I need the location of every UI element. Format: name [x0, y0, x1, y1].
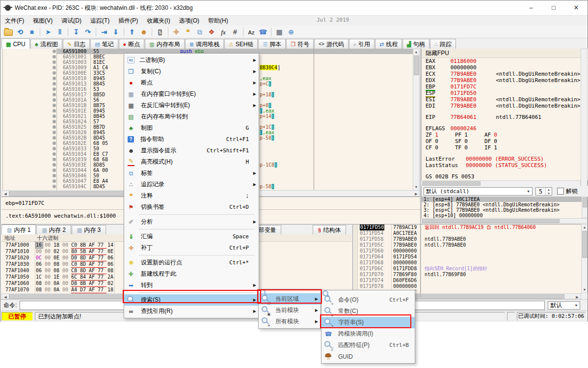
registers-vscrollbar[interactable]	[581, 49, 588, 186]
context-menu-item[interactable]	[124, 227, 259, 231]
toolbar-button[interactable]	[271, 28, 271, 36]
submenu-item[interactable]: # 常数(C)	[321, 306, 415, 317]
menu-bar-item[interactable]: 收藏夹(I)	[142, 16, 174, 26]
scroll-up-icon[interactable]: ▲	[582, 225, 588, 230]
menu-bar-item[interactable]: 追踪(T)	[86, 16, 114, 26]
register-row[interactable]: ESI 77B9ABE0 <ntdll.DbgUiRemoteBreakin>	[422, 96, 588, 103]
context-menu-item[interactable]: ✛ 新建线程于此	[124, 268, 259, 280]
context-menu-item[interactable]: ✎ 高亮模式(H) H	[124, 156, 259, 168]
view-tab[interactable]: ▟ 句柄	[402, 39, 429, 49]
cpu-flag[interactable]: SF0	[455, 138, 484, 144]
scroll-thumb[interactable]	[422, 219, 560, 223]
breakpoint-dot-icon[interactable]	[53, 185, 56, 188]
breakpoint-dot-icon[interactable]	[53, 60, 56, 64]
menu-bar-item[interactable]: 帮助(H)	[204, 16, 233, 26]
register-row[interactable]: EBP 0171FD7C	[422, 84, 588, 90]
submenu-item[interactable]: ❑ 当前区域 ▶	[259, 293, 321, 305]
context-menu-item[interactable]: ● 断点 ▶	[124, 77, 259, 88]
register-row[interactable]: EFLAGS 00000246	[422, 125, 588, 132]
toolbar-button[interactable]	[40, 28, 40, 36]
scroll-up-icon[interactable]: ▲	[413, 50, 419, 55]
toolbar-button[interactable]: ❝	[182, 27, 194, 37]
breakpoint-dot-icon[interactable]	[53, 125, 56, 129]
context-menu-item[interactable]	[124, 291, 259, 294]
register-row[interactable]: EDI 77B9ABE0 <ntdll.DbgUiRemoteBreakin>	[422, 103, 588, 109]
argument-count-stepper[interactable]: 5 ▲▼	[535, 187, 552, 196]
scroll-down-icon[interactable]: ▼	[582, 287, 588, 292]
cpu-flag[interactable]: IF1	[484, 144, 519, 151]
menu-bar-item[interactable]: 调试(D)	[57, 16, 86, 26]
vertical-splitter[interactable]	[420, 49, 421, 297]
stack-row[interactable]: 0171FD5C 77B9ABE0 ntdll.77B9ABE0	[353, 242, 582, 248]
toolbar-button[interactable]: ⟲	[14, 27, 26, 37]
toolbar-button[interactable]: ⇥	[98, 27, 110, 37]
register-row[interactable]: EDX 77B9ABE0 <ntdll.DbgUiRemoteBreakin>	[422, 77, 588, 84]
submenu-item[interactable]: ▣ 当前模块 ▶	[259, 305, 321, 316]
breakpoint-dot-icon[interactable]	[53, 147, 56, 150]
context-menu-item[interactable]: ⧉ 标签 ▶	[124, 168, 259, 179]
toolbar-button[interactable]: ☻	[138, 27, 150, 37]
view-tab[interactable]: ❒ 符号	[286, 39, 314, 49]
context-menu-item[interactable]: ❝ 注释 ;	[124, 190, 259, 201]
arguments-pane[interactable]: 1: [esp+4] A0C17EEA2: [esp+8] 77B9ABE0 <…	[421, 197, 582, 218]
context-menu-item[interactable]: ⚑ 切换书签 Ctrl+D	[124, 201, 259, 213]
context-menu-item[interactable]: ? 指令帮助 Ctrl+F1	[124, 134, 259, 145]
cpu-flag[interactable]: TF0	[455, 144, 484, 151]
breakpoint-dot-icon[interactable]	[53, 87, 56, 91]
calling-convention-select[interactable]: 默认 (stdcall) ▼	[424, 187, 533, 196]
submenu-item[interactable]: ✳ 所有模块 ▶	[259, 316, 321, 327]
toolbar-button[interactable]	[96, 28, 96, 36]
menu-bar-item[interactable]: 选项(O)	[175, 16, 204, 26]
arguments-hscrollbar[interactable]	[421, 218, 588, 224]
cpu-flag[interactable]: ZF1	[426, 132, 455, 138]
toolbar-button[interactable]: #	[229, 27, 241, 37]
scroll-thumb[interactable]	[414, 56, 419, 75]
toolbar-button[interactable]: ☎	[257, 27, 269, 37]
breakpoint-dot-icon[interactable]	[53, 114, 56, 118]
register-row[interactable]	[422, 109, 588, 114]
context-menu-item[interactable]: ♣ 制图 G	[124, 122, 259, 134]
scroll-thumb[interactable]	[582, 231, 587, 258]
stack-row[interactable]: 0171FD54 A0C17EEA	[353, 230, 582, 236]
dump-tab[interactable]: § 结构体	[313, 225, 346, 234]
toolbar-button[interactable]: ⇓	[110, 27, 122, 37]
argument-row[interactable]: 4: [esp+10] 00000000	[422, 213, 582, 218]
toolbar-button[interactable]: ⇑	[126, 27, 138, 37]
breakpoint-dot-icon[interactable]	[53, 71, 56, 75]
scroll-thumb[interactable]	[423, 181, 481, 186]
toolbar-button[interactable]	[152, 28, 152, 36]
register-row[interactable]: EAX 01186000	[422, 58, 588, 64]
scroll-thumb[interactable]	[583, 198, 587, 207]
toolbar-button[interactable]: ⊕	[285, 27, 297, 37]
dump-tab[interactable]: ▥ 内存 2	[36, 225, 71, 234]
view-tab[interactable]: ● 断点	[119, 39, 145, 49]
unlock-checkbox[interactable]	[557, 188, 564, 195]
stack-row[interactable]: 0171FD74 D60FE6D6	[353, 278, 582, 283]
arguments-vscrollbar[interactable]	[582, 197, 588, 218]
context-menu-item[interactable]: ▤ 在内存布局中转到	[124, 111, 259, 122]
breakpoint-dot-icon[interactable]	[53, 158, 56, 161]
view-tab[interactable]: ∴ 跟踪	[430, 39, 456, 49]
toolbar-button[interactable]: ‖	[54, 27, 66, 37]
view-tab[interactable]: <> 源代码	[314, 39, 348, 49]
toolbar-button[interactable]: fx	[217, 27, 229, 37]
context-menu-item[interactable]: ▦ 在内存窗口中转到(E) ▶	[124, 88, 259, 100]
menu-bar-item[interactable]: 视图(V)	[28, 16, 57, 26]
toolbar-button[interactable]: ➤	[42, 27, 54, 37]
toolbar-button[interactable]	[243, 28, 243, 36]
scroll-thumb[interactable]	[9, 191, 141, 196]
breakpoint-dot-icon[interactable]	[53, 66, 56, 69]
breakpoint-dot-icon[interactable]	[53, 136, 56, 140]
stack-row[interactable]: 0171FD68 00000000	[353, 260, 582, 266]
context-menu-item[interactable]: 搜索(S) ▶	[124, 294, 259, 306]
view-tab[interactable]: ▦ CPU	[1, 38, 30, 49]
maximize-button[interactable]: □	[542, 0, 565, 15]
breakpoint-dot-icon[interactable]	[53, 152, 56, 156]
stack-row[interactable]: 0171FD78 00000000	[353, 283, 582, 289]
toolbar-button[interactable]	[2, 27, 14, 37]
dump-tab[interactable]: ▥ 内存 3	[72, 225, 106, 234]
cpu-flag[interactable]: OF0	[426, 138, 455, 144]
view-tab[interactable]: ✎ 日志	[63, 39, 90, 49]
disassembly-vscrollbar[interactable]: ▲ ▼	[413, 49, 420, 191]
argument-row[interactable]: 1: [esp+4] A0C17EEA	[422, 197, 582, 202]
